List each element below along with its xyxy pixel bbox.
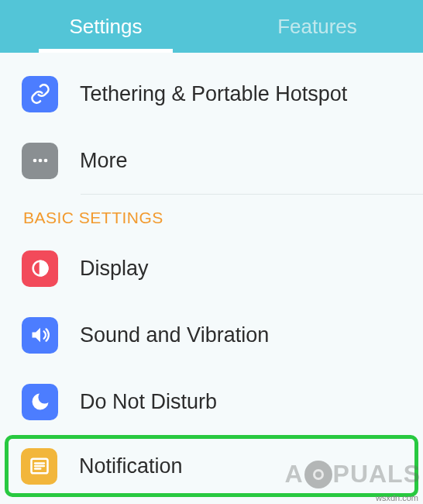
tethering-icon xyxy=(22,76,58,112)
display-icon xyxy=(22,250,58,287)
item-display-label: Display xyxy=(80,257,149,281)
section-basic-settings: BASIC SETTINGS xyxy=(0,195,423,235)
sound-icon xyxy=(22,317,58,354)
item-more-label: More xyxy=(80,149,128,173)
tab-settings[interactable]: Settings xyxy=(0,0,212,53)
item-tethering[interactable]: Tethering & Portable Hotspot xyxy=(0,60,423,127)
svg-point-2 xyxy=(43,159,47,163)
dnd-icon xyxy=(22,384,58,420)
tab-features-label: Features xyxy=(277,15,357,39)
item-dnd-label: Do Not Disturb xyxy=(80,390,217,414)
item-display[interactable]: Display xyxy=(0,235,423,302)
svg-point-0 xyxy=(33,159,36,163)
tab-bar: Settings Features xyxy=(0,0,423,53)
watermark: A PUALS xyxy=(284,460,421,488)
item-notification-label: Notification xyxy=(79,454,183,478)
settings-list: Tethering & Portable Hotspot More BASIC … xyxy=(0,53,423,497)
notification-icon xyxy=(21,448,57,485)
source-text: wsxdn.com xyxy=(376,493,418,502)
tab-settings-label: Settings xyxy=(70,15,143,39)
item-sound[interactable]: Sound and Vibration xyxy=(0,302,423,368)
more-icon xyxy=(22,143,58,179)
gear-icon xyxy=(304,461,332,488)
watermark-suffix: PUALS xyxy=(333,460,421,488)
item-more[interactable]: More xyxy=(0,127,423,194)
item-tethering-label: Tethering & Portable Hotspot xyxy=(80,82,347,106)
tab-features[interactable]: Features xyxy=(212,0,423,53)
item-sound-label: Sound and Vibration xyxy=(80,323,269,347)
watermark-prefix: A xyxy=(284,460,303,488)
item-dnd[interactable]: Do Not Disturb xyxy=(0,368,423,435)
svg-point-1 xyxy=(38,159,42,163)
